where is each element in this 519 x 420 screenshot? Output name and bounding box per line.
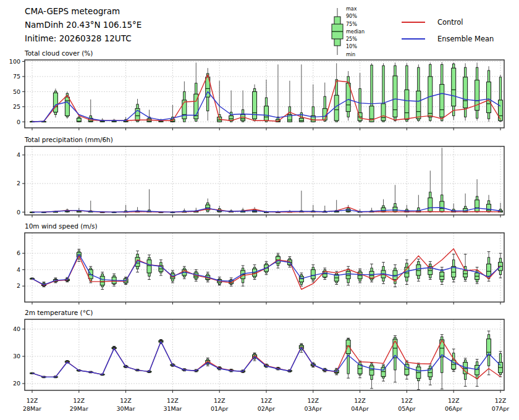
box-whisker (463, 63, 468, 120)
x-tick-label-hour: 12Z (495, 397, 507, 404)
box-whisker (416, 64, 421, 122)
panel-frame (25, 319, 504, 390)
boxplot-legend-labels: max 90% 75% median 25% 10% min (346, 6, 365, 59)
x-tick-label-hour: 12Z (448, 397, 460, 404)
legend-label-median: median (346, 28, 365, 36)
box-whisker (393, 185, 397, 212)
x-tick-label-hour: 12Z (120, 397, 132, 404)
x-tick-label-date: 29Mar (70, 405, 88, 412)
box-whisker (358, 269, 362, 283)
box-whisker (369, 363, 374, 388)
y-tick-label: 2 (17, 180, 20, 187)
box-whisker (147, 189, 151, 212)
x-tick-label-hour: 12Z (27, 397, 38, 404)
x-tick-label-date: 05Apr (398, 405, 416, 412)
box-whisker (416, 363, 421, 390)
box-whisker (428, 364, 432, 385)
gridlines (25, 319, 504, 390)
boxplot-legend-glyph (332, 8, 343, 55)
y-tick-label: 40 (13, 326, 20, 332)
panel-title-wind-speed: 10m wind speed (m/s) (25, 222, 98, 230)
y-tick-label: 6 (17, 250, 20, 256)
y-tick-label: 4 (17, 266, 20, 273)
x-tick-label-date: 06Apr (445, 405, 463, 412)
x-tick-label-date: 28Mar (23, 405, 41, 412)
legend-label-max: max (346, 6, 365, 13)
box-whisker (381, 262, 386, 284)
meteogram-page: 025507510002424620304012Z28Mar12Z29Mar12… (0, 0, 519, 420)
box-whisker (463, 193, 468, 212)
box-whisker (229, 90, 234, 122)
box-whisker (346, 205, 350, 212)
box-whisker (88, 201, 93, 212)
x-tick-label-hour: 12Z (73, 397, 85, 404)
box-whisker (147, 255, 151, 280)
box-whisker (393, 335, 397, 382)
box-whisker (405, 63, 409, 122)
station-info: NamDinh 20.43°N 106.15°E (25, 18, 141, 32)
x-tick-label-hour: 12Z (354, 397, 366, 404)
box-whisker (299, 191, 303, 212)
box-whiskers (30, 148, 503, 212)
box-whisker (393, 62, 397, 122)
control-legend-swatch (402, 22, 425, 23)
box-whisker (369, 264, 374, 282)
box-whisker (381, 63, 386, 122)
page-title: CMA-GEPS meteogram (25, 4, 120, 18)
x-tick-label-date: 31Mar (163, 405, 182, 412)
y-tick-label: 4 (17, 151, 20, 158)
box-whisker (416, 195, 421, 212)
box-whisker (299, 64, 303, 122)
y-tick-label: 20 (13, 380, 20, 387)
x-tick-label-hour: 12Z (261, 397, 272, 404)
panel-title-precipitation: Total precipitation (mm/6h) (25, 136, 113, 143)
init-time: Initime: 20260328 12UTC (25, 32, 132, 45)
box-whisker (428, 170, 432, 212)
box-whisker (405, 361, 409, 379)
x-tick-label-hour: 12Z (401, 397, 413, 404)
y-tick-label: 100 (9, 58, 20, 65)
y-tick-label: 50 (13, 88, 20, 95)
box-whisker (416, 259, 421, 281)
x-tick-label-hour: 12Z (167, 397, 179, 404)
box-whisker (299, 273, 303, 286)
box-whisker (171, 105, 175, 122)
panel-title-temperature: 2m temperature (°C) (25, 309, 93, 316)
x-tick-label-date: 07Apr (492, 405, 510, 412)
box-whisker (428, 261, 432, 279)
y-tick-label: 0 (17, 209, 20, 216)
panel-total-cloud-cover: 0255075100 (9, 58, 504, 130)
panel-total-precipitation: 024 (17, 146, 504, 217)
box-whisker (475, 359, 479, 387)
box-whisker (346, 338, 350, 378)
legend-label-90: 90% (346, 13, 365, 20)
box-whiskers (30, 62, 503, 122)
x-tick-label-date: 03Apr (305, 405, 323, 412)
box-whisker (475, 62, 479, 120)
box-whisker (253, 85, 257, 122)
x-tick-label-hour: 12Z (307, 397, 319, 404)
y-tick-label: 25 (13, 103, 20, 110)
x-tick-label-date: 02Apr (258, 405, 276, 412)
x-tick-label-date: 01Apr (211, 405, 229, 412)
legend-label-10: 10% (346, 43, 365, 51)
box-whisker (381, 364, 386, 381)
box-whisker (311, 265, 315, 282)
y-tick-label: 0 (17, 119, 20, 125)
box-whisker (311, 85, 315, 122)
panel-temperature-2m: 203040 (13, 319, 504, 393)
y-tick-label: 30 (13, 353, 20, 359)
box-whisker (100, 272, 104, 290)
y-tick-label: 2 (17, 282, 20, 289)
x-tick-label-date: 04Apr (351, 405, 369, 412)
box-whisker (499, 75, 503, 122)
box-whisker (276, 64, 280, 122)
box-whisker (369, 63, 374, 122)
legend-label-75: 75% (346, 21, 365, 28)
box-whisker (475, 179, 479, 212)
box-whisker (428, 62, 432, 122)
panel-title-cloud-cover: Total cloud cover (%) (25, 49, 93, 57)
x-axis-labels: 12Z28Mar12Z29Mar12Z30Mar12Z31Mar12Z01Apr… (23, 397, 509, 412)
panel-wind-speed-10m: 246 (17, 233, 504, 304)
y-tick-label: 75 (13, 73, 20, 80)
